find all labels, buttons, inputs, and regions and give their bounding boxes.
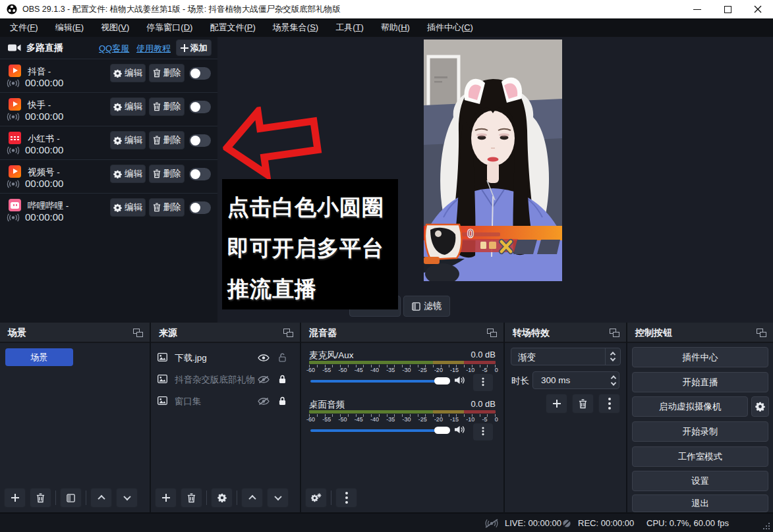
popout-icon[interactable]: [283, 329, 293, 337]
edit-stream-button[interactable]: 编辑: [110, 97, 146, 116]
stream-row: 快手 - 编辑 删除 00:00:00: [0, 92, 217, 126]
resize-grip[interactable]: [763, 523, 770, 529]
rec-time: REC: 00:00:00: [578, 518, 634, 528]
kebab-icon: [482, 377, 484, 379]
stream-enable-toggle[interactable]: [189, 168, 211, 180]
menu-item[interactable]: 场景集合(S): [264, 18, 327, 37]
slider-handle[interactable]: [434, 427, 450, 434]
menu-item[interactable]: 配置文件(P): [201, 18, 264, 37]
maximize-button[interactable]: [712, 0, 743, 18]
plugin-center-button[interactable]: 插件中心: [632, 347, 768, 367]
stream-enable-toggle[interactable]: [189, 134, 211, 147]
scene-filters-button[interactable]: [60, 488, 82, 508]
trash-icon: [36, 493, 45, 503]
divider: [237, 491, 237, 505]
remove-scene-button[interactable]: [30, 488, 51, 508]
menu-item[interactable]: 帮助(H): [372, 18, 418, 37]
speaker-icon[interactable]: [454, 375, 465, 385]
transition-menu-button[interactable]: [598, 394, 620, 413]
edit-stream-button[interactable]: 编辑: [110, 165, 146, 183]
add-transition-button[interactable]: [546, 394, 567, 413]
source-row[interactable]: 下载.jpg: [151, 347, 300, 369]
visibility-toggle[interactable]: [258, 354, 270, 363]
chevron-down-icon: [123, 493, 130, 500]
popout-icon[interactable]: [610, 329, 619, 337]
close-button[interactable]: [743, 0, 773, 18]
remove-transition-button[interactable]: [572, 394, 594, 413]
chevron-up-icon: [248, 495, 256, 502]
source-row[interactable]: 窗口集: [151, 390, 300, 412]
duration-spinbox[interactable]: 300 ms: [532, 371, 619, 389]
filter-icon: [67, 494, 75, 502]
move-scene-down-button[interactable]: [116, 488, 138, 508]
gear-icon: [113, 170, 122, 178]
virtual-camera-settings-button[interactable]: [751, 396, 769, 417]
slider-handle[interactable]: [434, 377, 450, 385]
kebab-icon: [482, 427, 484, 429]
start-virtual-camera-button[interactable]: 启动虚拟摄像机: [632, 396, 748, 417]
delete-stream-button[interactable]: 删除: [149, 131, 185, 149]
start-recording-button[interactable]: 开始录制: [632, 421, 768, 442]
transition-selected-value: 渐变: [518, 352, 536, 363]
source-properties-button[interactable]: [211, 488, 233, 508]
lock-toggle[interactable]: [279, 353, 286, 364]
scene-item[interactable]: 场景: [5, 348, 73, 366]
popout-icon[interactable]: [487, 329, 497, 337]
menu-item[interactable]: 视图(V): [92, 18, 138, 37]
move-source-down-button[interactable]: [267, 488, 289, 508]
volume-slider[interactable]: [310, 426, 450, 434]
menu-item[interactable]: 编辑(E): [47, 18, 92, 37]
tutorial-link[interactable]: 使用教程: [136, 43, 171, 55]
stream-enable-toggle[interactable]: [189, 67, 211, 80]
move-scene-up-button[interactable]: [90, 488, 112, 508]
stream-enable-toggle[interactable]: [189, 101, 211, 113]
lock-toggle[interactable]: [279, 396, 286, 408]
visibility-toggle[interactable]: [258, 375, 270, 385]
filters-button[interactable]: 滤镜: [403, 296, 450, 317]
channel-menu-button[interactable]: [473, 374, 493, 391]
add-stream-button[interactable]: 添加: [176, 40, 212, 56]
delete-stream-button[interactable]: 删除: [149, 165, 185, 183]
delete-stream-button[interactable]: 删除: [149, 64, 185, 82]
spin-arrows[interactable]: [612, 372, 616, 388]
preview-video[interactable]: 0: [424, 40, 562, 281]
move-source-up-button[interactable]: [241, 488, 263, 508]
visibility-toggle[interactable]: [258, 397, 270, 407]
delete-stream-button[interactable]: 删除: [149, 198, 185, 217]
delete-stream-button[interactable]: 删除: [149, 97, 185, 116]
edit-stream-button[interactable]: 编辑: [110, 131, 146, 149]
gear-icon: [113, 203, 122, 212]
mixer-menu-button[interactable]: [335, 488, 357, 508]
menu-bar: 文件(F) 编辑(E) 视图(V) 停靠窗口(D) 配置文件(P) 场景集合(S…: [0, 18, 773, 37]
remove-source-button[interactable]: [181, 488, 202, 508]
stream-timer: 00:00:00: [25, 178, 63, 189]
lock-toggle[interactable]: [279, 375, 286, 386]
menu-item[interactable]: 文件(F): [1, 18, 47, 37]
stream-enable-toggle[interactable]: [189, 201, 211, 214]
exit-button[interactable]: 退出: [632, 494, 768, 512]
menu-item[interactable]: 停靠窗口(D): [138, 18, 201, 37]
edit-stream-button[interactable]: 编辑: [110, 198, 146, 217]
settings-button[interactable]: 设置: [632, 471, 768, 491]
volume-slider[interactable]: [310, 377, 450, 385]
start-streaming-button[interactable]: 开始直播: [632, 372, 768, 392]
transition-select[interactable]: 渐变: [511, 348, 621, 365]
add-source-button[interactable]: [155, 488, 177, 508]
scenes-title: 场景: [8, 327, 26, 339]
studio-mode-button[interactable]: 工作室模式: [632, 446, 768, 467]
speaker-icon[interactable]: [454, 425, 465, 435]
popout-icon[interactable]: [133, 329, 143, 337]
channel-menu-button[interactable]: [473, 423, 493, 440]
source-name: 下载.jpg: [175, 352, 207, 364]
advanced-audio-button[interactable]: [305, 488, 327, 508]
popout-icon[interactable]: [757, 329, 766, 337]
menu-item[interactable]: 插件中心(C): [418, 18, 482, 37]
gear-icon: [113, 103, 122, 111]
qq-support-link[interactable]: QQ客服: [99, 43, 129, 55]
select-arrows[interactable]: [605, 348, 620, 365]
menu-item[interactable]: 工具(T): [327, 18, 372, 37]
minimize-button[interactable]: [682, 0, 712, 18]
edit-stream-button[interactable]: 编辑: [110, 64, 146, 82]
add-scene-button[interactable]: [4, 488, 26, 508]
source-row[interactable]: 抖音杂交版底部礼物: [151, 369, 300, 390]
